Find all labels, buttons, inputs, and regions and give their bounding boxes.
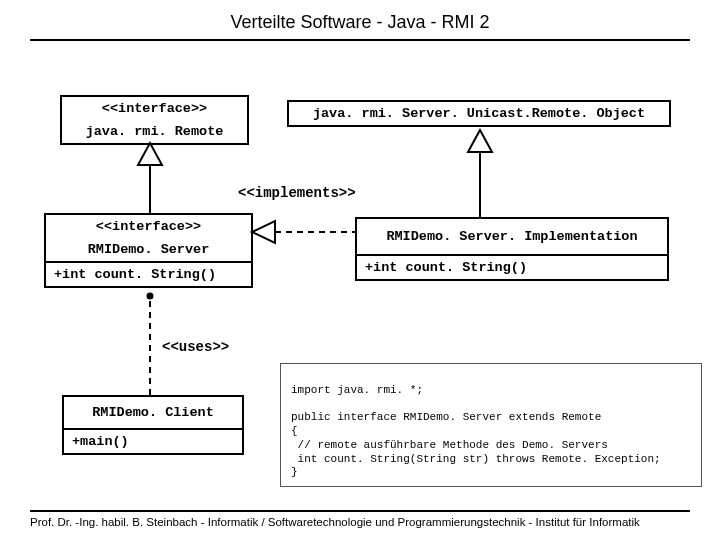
operation: +int count. String() <box>357 254 667 279</box>
operation: +main() <box>64 428 242 453</box>
uml-class-impl: RMIDemo. Server. Implementation +int cou… <box>355 217 669 281</box>
operation: +int count. String() <box>46 261 251 286</box>
uml-class-client: RMIDemo. Client +main() <box>62 395 244 455</box>
stereotype-label: <<interface>> <box>62 97 247 120</box>
uml-interface-remote: <<interface>> java. rmi. Remote <box>60 95 249 145</box>
page-title: Verteilte Software - Java - RMI 2 <box>30 0 690 41</box>
code-line: } <box>291 466 298 478</box>
code-snippet: import java. rmi. *; public interface RM… <box>280 363 702 487</box>
class-name: java. rmi. Server. Unicast.Remote. Objec… <box>289 102 669 125</box>
uses-label: <<uses>> <box>162 339 229 355</box>
svg-marker-0 <box>138 143 162 165</box>
svg-marker-4 <box>252 221 275 243</box>
uml-interface-demoserver: <<interface>> RMIDemo. Server +int count… <box>44 213 253 288</box>
page-footer: Prof. Dr. -Ing. habil. B. Steinbach - In… <box>30 510 690 528</box>
class-name: RMIDemo. Server <box>46 238 251 261</box>
svg-marker-2 <box>468 130 492 152</box>
stereotype-label: <<interface>> <box>46 215 251 238</box>
class-name: java. rmi. Remote <box>62 120 247 143</box>
uml-class-unicast: java. rmi. Server. Unicast.Remote. Objec… <box>287 100 671 127</box>
code-line: import java. rmi. *; <box>291 384 423 396</box>
code-line: // remote ausführbare Methode des Demo. … <box>291 439 608 451</box>
code-line: public interface RMIDemo. Server extends… <box>291 411 601 423</box>
implements-label: <<implements>> <box>238 185 356 201</box>
code-line: { <box>291 425 298 437</box>
class-name: RMIDemo. Server. Implementation <box>357 219 667 254</box>
class-name: RMIDemo. Client <box>64 397 242 428</box>
svg-point-7 <box>147 293 154 300</box>
code-line: int count. String(String str) throws Rem… <box>291 453 661 465</box>
